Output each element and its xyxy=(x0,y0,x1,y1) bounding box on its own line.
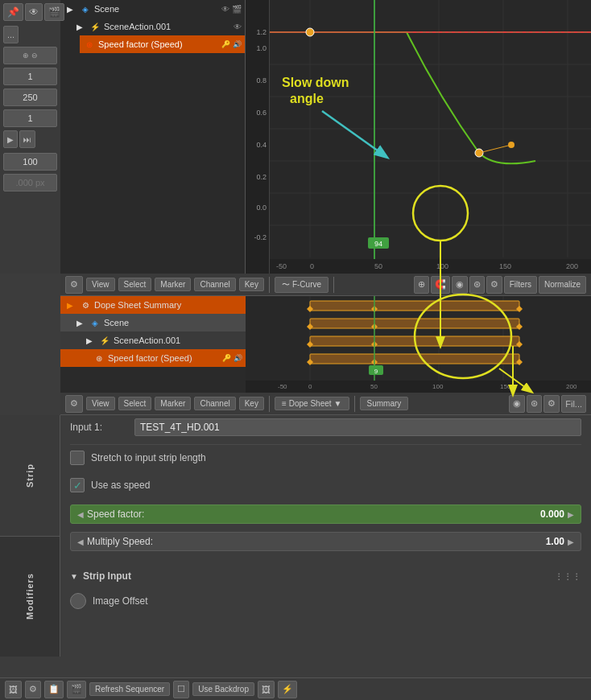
channel-menu-btn[interactable]: Channel xyxy=(194,278,235,291)
step-icon[interactable]: ⏭ xyxy=(19,130,35,148)
dope-icon3[interactable]: ⚙ xyxy=(543,395,560,413)
strip-input-section-header: ▼ Strip Input ⋮⋮⋮ xyxy=(60,564,591,585)
stretch-row: Stretch to input strip length xyxy=(60,448,591,467)
dope-mode-icon: ≡ xyxy=(282,399,287,408)
expand-icon[interactable]: ... xyxy=(3,26,19,43)
refresh-sequencer-btn[interactable]: Refresh Sequencer xyxy=(89,682,170,696)
dope-row-scene[interactable]: ▶ ◈ Scene xyxy=(60,314,246,331)
speed-factor-label: Speed factor: xyxy=(87,509,540,520)
top-left-area: 📌 👁 🎬 ... ⊕ ⊖ ▶ ⏭ xyxy=(0,0,60,274)
marker-menu-btn[interactable]: Marker xyxy=(155,278,191,291)
ruler-label-m02: -0.2 xyxy=(254,233,267,241)
pivot-icon[interactable]: ⊕ xyxy=(414,276,429,294)
toolbar-icon-graph[interactable]: ⚙ xyxy=(65,276,83,294)
frame-input3[interactable] xyxy=(3,109,57,127)
filters-btn[interactable]: Filters xyxy=(504,276,537,294)
bottom-icon7[interactable]: ⚡ xyxy=(278,681,297,698)
svg-rect-30 xyxy=(310,319,519,328)
zoom-input[interactable] xyxy=(3,153,57,171)
frame-input2[interactable] xyxy=(3,89,57,106)
bottom-icon1[interactable]: 🖼 xyxy=(5,681,22,698)
image-offset-row: Image Offset xyxy=(60,591,591,611)
multiply-speed-row: ◀ Multiply Speed: 1.00 ▶ xyxy=(60,530,591,553)
dope-filter-btn[interactable]: Fil... xyxy=(561,395,586,413)
dope-icon1[interactable]: ◉ xyxy=(509,395,525,413)
modifiers-label: Modifiers xyxy=(25,573,35,620)
speed-factor-slider[interactable]: ◀ Speed factor: 0.000 ▶ xyxy=(70,504,581,524)
multiply-left-arrow-icon: ◀ xyxy=(77,537,84,546)
onion-icon[interactable]: ⊛ xyxy=(469,276,485,294)
frame-input1[interactable] xyxy=(3,68,57,85)
dope-row-speedfactor[interactable]: ⊛ Speed factor (Speed) 🔑 🔊 xyxy=(60,349,246,367)
dope-toolbar-icon[interactable]: ⚙ xyxy=(65,395,83,413)
svg-text:50: 50 xyxy=(370,383,378,390)
stretch-checkbox[interactable] xyxy=(70,451,85,465)
strip-tab[interactable]: Strip xyxy=(0,415,60,537)
image-offset-label: Image Offset xyxy=(93,595,147,607)
view-menu-btn[interactable]: View xyxy=(86,278,115,291)
sceneaction-label: SceneAction.001 xyxy=(104,22,171,31)
svg-text:100: 100 xyxy=(432,383,444,390)
dope-mode-dropdown[interactable]: ≡ Dope Sheet ▼ xyxy=(275,397,349,410)
eye-icon[interactable]: 👁 xyxy=(25,3,43,21)
ruler-label-08: 0.8 xyxy=(256,76,267,84)
snap-icon[interactable]: 🧲 xyxy=(431,276,450,294)
bottom-icon6[interactable]: 🖼 xyxy=(258,681,275,698)
dope-speed-icon: ⊛ xyxy=(93,352,105,364)
speed-factor-value: 0.000 xyxy=(540,509,564,520)
dope-row-summary[interactable]: ▶ ⚙ Dope Sheet Summary xyxy=(60,296,246,314)
sidebar-strip-section: Strip Modifiers xyxy=(0,415,60,657)
outliner-row-sceneaction[interactable]: ▶ ⚡ SceneAction.001 👁 xyxy=(70,18,245,35)
proportional-icon[interactable]: ◉ xyxy=(452,276,468,294)
dope-sceneaction-icon: ⚡ xyxy=(98,334,111,347)
svg-rect-48 xyxy=(246,381,591,393)
use-speed-row: ✓ Use as speed xyxy=(60,476,591,495)
image-offset-toggle[interactable] xyxy=(70,593,86,609)
dope-sheet-outliner: ▶ ⚙ Dope Sheet Summary ▶ ◈ Scene ▶ ⚡ Sce… xyxy=(60,296,246,393)
dope-marker-btn[interactable]: Marker xyxy=(155,397,191,410)
bottom-icon2[interactable]: ⚙ xyxy=(25,681,41,698)
dope-channel-btn[interactable]: Channel xyxy=(194,397,235,410)
divider1 xyxy=(70,444,581,445)
offset-input[interactable] xyxy=(3,174,57,191)
multiply-speed-value: 1.00 xyxy=(546,536,564,547)
bottom-icon5[interactable]: ☐ xyxy=(173,681,189,698)
playback-icon[interactable]: ▶ xyxy=(3,130,18,148)
camera-icon[interactable]: 🎬 xyxy=(44,3,64,21)
sceneaction-type-icon: ⚡ xyxy=(89,20,101,33)
spacer2 xyxy=(60,585,591,591)
dope-key-btn[interactable]: Key xyxy=(239,397,264,410)
dope-scene-label: Scene xyxy=(104,318,129,327)
bottom-icon4[interactable]: 🎬 xyxy=(67,681,86,698)
dope-summary-dropdown[interactable]: Summary xyxy=(360,397,409,410)
key-menu-btn[interactable]: Key xyxy=(239,278,264,291)
stretch-label: Stretch to input strip length xyxy=(91,452,206,463)
use-backdrop-btn[interactable]: Use Backdrop xyxy=(192,682,254,696)
dope-select-btn[interactable]: Select xyxy=(118,397,152,410)
bottom-icon3[interactable]: 📋 xyxy=(44,681,64,698)
settings-icon[interactable]: ⚙ xyxy=(486,276,502,294)
modifiers-tab[interactable]: Modifiers xyxy=(0,537,60,657)
pin-icon[interactable]: 📌 xyxy=(3,3,23,21)
dope-canvas: 9 -50 0 50 100 150 200 xyxy=(246,296,591,393)
dope-icon2[interactable]: ⊛ xyxy=(527,395,542,413)
select-menu-btn[interactable]: Select xyxy=(118,278,152,291)
use-speed-checkbox[interactable]: ✓ xyxy=(70,478,85,492)
checkmark-icon: ✓ xyxy=(73,480,82,492)
graph-ruler-v: 1.2 1.0 0.8 0.6 0.4 0.2 0.0 -0.2 xyxy=(246,0,270,274)
dope-canvas-svg: 9 -50 0 50 100 150 200 xyxy=(246,296,591,393)
outliner-row-scene[interactable]: ▶ ◈ Scene 👁 🎬 xyxy=(60,0,245,18)
svg-rect-0 xyxy=(246,0,591,274)
multiply-speed-slider[interactable]: ◀ Multiply Speed: 1.00 ▶ xyxy=(70,532,581,551)
input1-field[interactable] xyxy=(134,418,581,436)
normalize-btn[interactable]: Normalize xyxy=(539,276,586,294)
outliner-panel: ▶ ◈ Scene 👁 🎬 ▶ ⚡ SceneAction.001 👁 ⊛ Sp… xyxy=(60,0,246,274)
dope-sheet-panel: ▶ ⚙ Dope Sheet Summary ▶ ◈ Scene ▶ ⚡ Sce… xyxy=(60,296,591,393)
svg-text:-50: -50 xyxy=(278,383,287,390)
curve-dropdown[interactable]: 〜 F-Curve xyxy=(275,277,329,293)
dope-row-sceneaction[interactable]: ▶ ⚡ SceneAction.001 xyxy=(60,331,246,349)
dope-speed-label: Speed factor (Speed) xyxy=(108,353,192,363)
dope-view-btn[interactable]: View xyxy=(86,397,115,410)
svg-text:9: 9 xyxy=(374,368,378,375)
outliner-row-speedfactor[interactable]: ⊛ Speed factor (Speed) 🔑 🔊 xyxy=(80,35,245,53)
